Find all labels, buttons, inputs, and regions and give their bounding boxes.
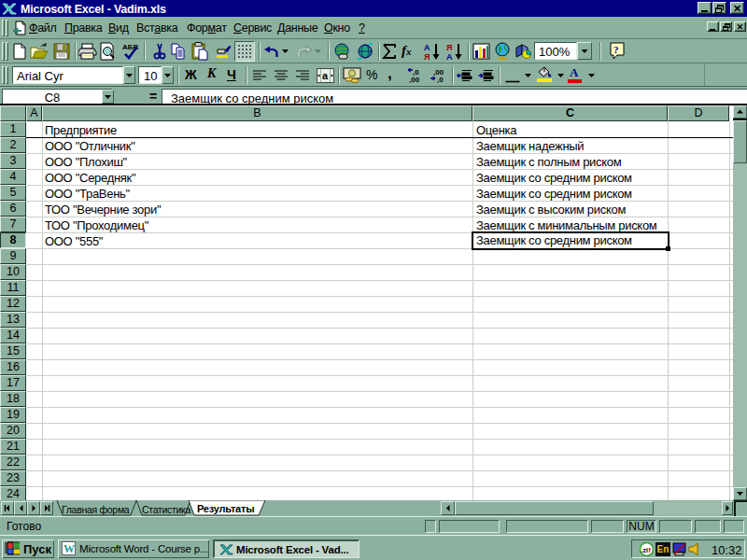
svg-text:А: А <box>424 43 430 52</box>
svg-text:Я: Я <box>424 52 430 61</box>
svg-text:.zi: .zi <box>641 547 648 553</box>
svg-text:,0: ,0 <box>437 76 444 83</box>
svg-text:Я: Я <box>446 43 452 52</box>
svg-text:а: а <box>322 70 329 81</box>
svg-text:А: А <box>446 52 453 61</box>
svg-text:АБВ: АБВ <box>122 43 139 51</box>
svg-text:?: ? <box>613 44 619 55</box>
svg-text:,00: ,00 <box>409 76 420 83</box>
